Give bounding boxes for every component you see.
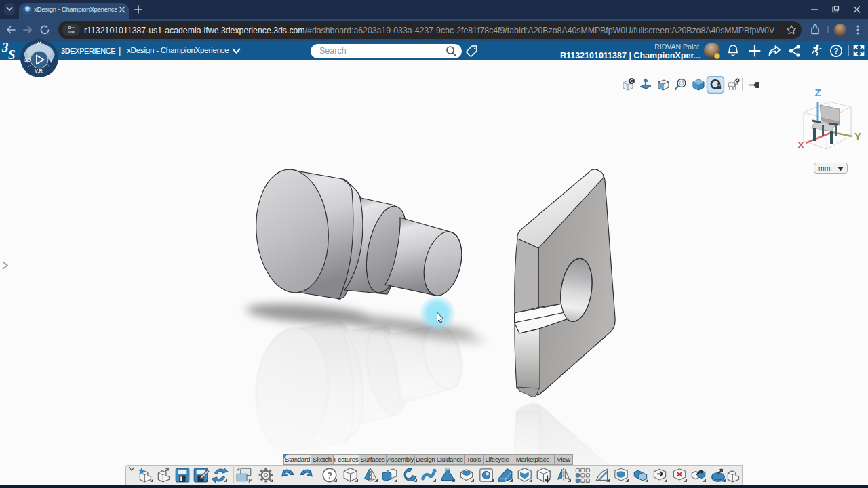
svg-text:3D: 3D — [24, 57, 31, 63]
svg-text:X: X — [797, 139, 804, 150]
svg-text:V,R: V,R — [35, 68, 43, 74]
svg-text:i: i — [50, 57, 52, 63]
svg-text:?: ? — [327, 471, 332, 481]
svg-text:?: ? — [833, 47, 838, 55]
svg-text:Z: Z — [814, 87, 821, 98]
svg-text:3: 3 — [1, 41, 9, 54]
svg-text:S: S — [8, 47, 16, 60]
svg-text:Y: Y — [854, 130, 861, 142]
